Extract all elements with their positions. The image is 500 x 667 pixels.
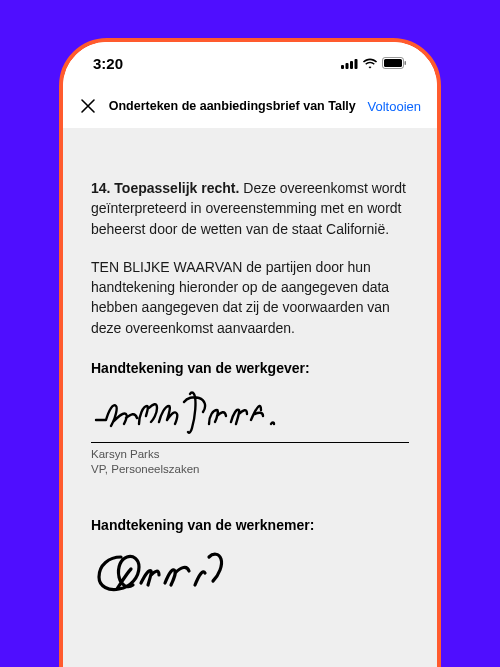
- document-content: 14. Toepasselijk recht. Deze overeenkoms…: [63, 128, 437, 667]
- svg-rect-6: [405, 61, 407, 65]
- employee-signature[interactable]: [91, 545, 409, 597]
- employer-signature: [91, 388, 409, 440]
- signature-icon: [91, 388, 291, 438]
- status-bar: 3:20: [63, 42, 437, 84]
- employee-signature-label: Handtekening van de werknemer:: [91, 517, 409, 533]
- employer-signer-title: VP, Personeelszaken: [91, 462, 409, 477]
- svg-rect-3: [355, 59, 358, 69]
- battery-icon: [382, 57, 407, 69]
- section-14: 14. Toepasselijk recht. Deze overeenkoms…: [91, 178, 409, 239]
- witness-clause: TEN BLIJKE WAARVAN de partijen door hun …: [91, 257, 409, 338]
- status-icons: [341, 57, 407, 69]
- close-button[interactable]: [79, 97, 97, 115]
- employer-signature-line: Karsyn Parks VP, Personeelszaken: [91, 442, 409, 477]
- svg-rect-5: [384, 59, 402, 67]
- section-heading: 14. Toepasselijk recht.: [91, 180, 239, 196]
- cellular-icon: [341, 58, 358, 69]
- phone-frame: 3:20 Onderteken de aanbiedingsbrief van …: [59, 38, 441, 667]
- svg-rect-1: [346, 63, 349, 69]
- nav-bar: Onderteken de aanbiedingsbrief van Tally…: [63, 84, 437, 128]
- employer-signature-label: Handtekening van de werkgever:: [91, 360, 409, 376]
- svg-rect-2: [350, 61, 353, 69]
- svg-rect-0: [341, 65, 344, 69]
- nav-title: Onderteken de aanbiedingsbrief van Tally: [97, 99, 368, 113]
- close-icon: [80, 98, 96, 114]
- phone-inner: 3:20 Onderteken de aanbiedingsbrief van …: [63, 42, 437, 667]
- status-time: 3:20: [93, 55, 123, 72]
- complete-button[interactable]: Voltooien: [368, 99, 422, 114]
- wifi-icon: [362, 58, 378, 69]
- employer-signer-name: Karsyn Parks: [91, 447, 409, 462]
- signature-icon: [91, 545, 251, 595]
